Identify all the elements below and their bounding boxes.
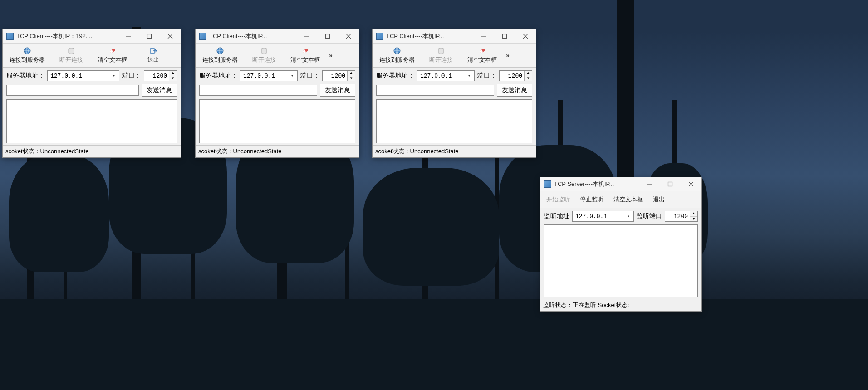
globe-icon <box>216 47 224 55</box>
disk-icon <box>67 47 75 55</box>
listen-port-spin[interactable]: 1200 ▲ ▼ <box>665 211 698 222</box>
log-textarea[interactable] <box>199 99 355 143</box>
connect-button[interactable]: 连接到服务器 <box>374 44 420 67</box>
spin-up-icon[interactable]: ▲ <box>169 71 177 76</box>
log-textarea[interactable] <box>544 224 698 297</box>
disconnect-button[interactable]: 断开连接 <box>245 44 284 67</box>
toolbar: 连接到服务器 断开连接 清空文本框 » <box>373 44 536 68</box>
message-input[interactable] <box>376 85 494 96</box>
server-addr-label: 服务器地址： <box>376 72 414 80</box>
minimize-button[interactable] <box>639 177 660 191</box>
spin-down-icon[interactable]: ▼ <box>169 76 177 81</box>
connect-button[interactable]: 连接到服务器 <box>197 44 243 67</box>
log-textarea[interactable] <box>376 99 532 143</box>
send-button[interactable]: 发送消息 <box>142 84 177 97</box>
toolbar: 开始监听 停止监听 清空文本框 退出 <box>540 191 701 208</box>
clear-text-button[interactable]: 清空文本框 <box>285 44 325 67</box>
server-addr-combo[interactable]: 127.0.0.1 ▾ <box>417 70 475 81</box>
titlebar[interactable]: TCP Client----本机IP... <box>373 29 536 44</box>
exit-button[interactable]: 退出 <box>134 44 173 67</box>
status-bar: 监听状态：正在监听 Socket状态: <box>540 299 701 311</box>
disk-icon <box>260 47 268 55</box>
clear-text-button[interactable]: 清空文本框 <box>93 44 132 67</box>
spin-down-icon[interactable]: ▼ <box>348 76 355 81</box>
app-icon <box>6 33 14 40</box>
listen-addr-combo[interactable]: 127.0.0.1 ▾ <box>572 211 634 222</box>
pill-icon <box>478 47 486 55</box>
log-textarea[interactable] <box>6 99 177 143</box>
disconnect-button[interactable]: 断开连接 <box>52 44 91 67</box>
globe-icon <box>23 47 31 55</box>
window-title: TCP Client----本机IP... <box>209 32 296 40</box>
send-button[interactable]: 发送消息 <box>497 84 532 97</box>
maximize-button[interactable] <box>139 29 160 43</box>
globe-icon <box>393 47 401 55</box>
titlebar[interactable]: TCP Client----本机IP：192.... <box>3 29 181 44</box>
svg-rect-18 <box>503 34 507 39</box>
port-spin[interactable]: 1200 ▲ ▼ <box>322 70 355 81</box>
listen-addr-label: 监听地址 <box>544 212 569 220</box>
spin-up-icon[interactable]: ▲ <box>525 71 532 76</box>
server-addr-combo[interactable]: 127.0.0.1 ▾ <box>240 70 298 81</box>
spin-down-icon[interactable]: ▼ <box>690 217 697 222</box>
minimize-button[interactable] <box>296 29 317 43</box>
close-button[interactable] <box>515 29 536 43</box>
port-spin[interactable]: 1200 ▲ ▼ <box>144 70 177 81</box>
stop-listen-button[interactable]: 停止监听 <box>576 191 608 208</box>
window-title: TCP Server----本机IP... <box>554 180 639 188</box>
maximize-button[interactable] <box>317 29 338 43</box>
message-input[interactable] <box>199 85 317 96</box>
start-listen-button[interactable]: 开始监听 <box>542 191 574 208</box>
toolbar: 连接到服务器 断开连接 清空文本框 » <box>196 44 359 68</box>
titlebar[interactable]: TCP Server----本机IP... <box>540 177 701 191</box>
port-label: 端口： <box>477 72 496 80</box>
tcp-client-window: TCP Client----本机IP... 连接到服务器 断开连接 清空文本框 <box>372 29 536 158</box>
clear-text-button[interactable]: 清空文本框 <box>609 191 647 208</box>
close-button[interactable] <box>160 29 181 43</box>
disconnect-button[interactable]: 断开连接 <box>422 44 461 67</box>
window-title: TCP Client----本机IP：192.... <box>16 32 118 40</box>
close-button[interactable] <box>338 29 359 43</box>
port-spin[interactable]: 1200 ▲ ▼ <box>499 70 532 81</box>
exit-button[interactable]: 退出 <box>649 191 669 208</box>
window-title: TCP Client----本机IP... <box>386 32 473 40</box>
message-input[interactable] <box>6 85 139 96</box>
minimize-button[interactable] <box>473 29 494 43</box>
server-addr-label: 服务器地址： <box>199 72 237 80</box>
listen-port-label: 监听端口 <box>637 212 662 220</box>
pill-icon <box>108 47 117 55</box>
server-addr-combo[interactable]: 127.0.0.1 ▾ <box>47 70 119 81</box>
tcp-client-window: TCP Client----本机IP：192.... 连接到服务器 断开连接 清… <box>2 29 181 158</box>
toolbar-overflow-button[interactable]: » <box>327 44 335 67</box>
clear-text-button[interactable]: 清空文本框 <box>462 44 502 67</box>
desktop-background: TCP Client----本机IP：192.... 连接到服务器 断开连接 清… <box>0 0 868 390</box>
status-bar: scoket状态：UnconnectedState <box>373 145 536 157</box>
svg-rect-10 <box>326 34 330 39</box>
chevron-down-icon: ▾ <box>466 73 472 78</box>
connect-button[interactable]: 连接到服务器 <box>5 44 50 67</box>
port-label: 端口： <box>122 72 141 80</box>
disk-icon <box>437 47 445 55</box>
close-button[interactable] <box>681 177 701 191</box>
exit-icon <box>149 47 157 55</box>
toolbar-overflow-button[interactable]: » <box>504 44 512 67</box>
app-icon <box>544 180 551 188</box>
svg-rect-26 <box>668 182 672 186</box>
minimize-button[interactable] <box>118 29 139 43</box>
send-button[interactable]: 发送消息 <box>320 84 355 97</box>
spin-up-icon[interactable]: ▲ <box>690 211 697 217</box>
app-icon <box>199 33 206 40</box>
server-addr-label: 服务器地址： <box>6 72 44 80</box>
port-label: 端口： <box>300 72 319 80</box>
app-icon <box>376 33 383 40</box>
toolbar: 连接到服务器 断开连接 清空文本框 退出 <box>3 44 181 68</box>
chevron-down-icon: ▾ <box>111 73 117 78</box>
tcp-client-window: TCP Client----本机IP... 连接到服务器 断开连接 清空文本框 <box>195 29 359 158</box>
titlebar[interactable]: TCP Client----本机IP... <box>196 29 359 44</box>
spin-up-icon[interactable]: ▲ <box>348 71 355 76</box>
status-bar: scoket状态：UnconnectedState <box>196 145 359 157</box>
spin-down-icon[interactable]: ▼ <box>525 76 532 81</box>
maximize-button[interactable] <box>660 177 681 191</box>
maximize-button[interactable] <box>494 29 515 43</box>
status-bar: scoket状态：UnconnectedState <box>3 145 181 157</box>
